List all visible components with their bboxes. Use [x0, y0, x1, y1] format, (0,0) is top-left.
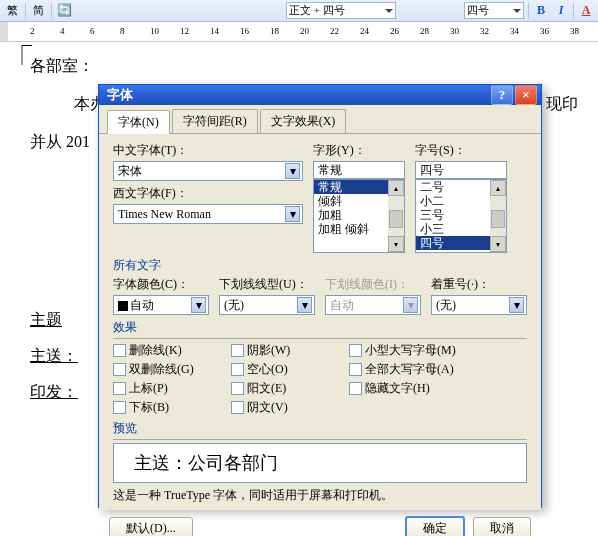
scroll-down-button[interactable]: ▾ — [388, 236, 404, 252]
scrollbar-thumb[interactable] — [491, 210, 505, 228]
tab-char-spacing[interactable]: 字符间距(R) — [172, 109, 258, 133]
font-dialog: 字体 ? × 字体(N) 字符间距(R) 文字效果(X) 中文字体(T)： 宋体… — [98, 84, 542, 508]
dialog-title: 字体 — [103, 86, 489, 104]
scroll-down-button[interactable]: ▾ — [490, 236, 506, 252]
font-color-value: 自动 — [130, 298, 154, 312]
italic-icon[interactable]: I — [553, 3, 569, 19]
west-font-label: 西文字体(F)： — [113, 185, 303, 202]
check-strikethrough[interactable]: 删除线(K) — [113, 342, 223, 359]
ul-color-select: 自动▾ — [325, 295, 421, 315]
cn-font-label: 中文字体(T)： — [113, 142, 303, 159]
cancel-button[interactable]: 取消 — [473, 517, 531, 536]
check-label: 空心(O) — [247, 361, 288, 378]
size-input-value: 四号 — [420, 162, 444, 179]
style-label: 字形(Y)： — [313, 142, 405, 159]
cn-font-value: 宋体 — [118, 163, 142, 180]
font-color-icon[interactable]: A — [578, 3, 594, 19]
scrollbar-thumb[interactable] — [389, 210, 403, 228]
dialog-titlebar[interactable]: 字体 ? × — [99, 85, 541, 105]
chevron-down-icon: ▾ — [285, 163, 300, 179]
scroll-up-button[interactable]: ▴ — [388, 180, 404, 196]
tab-text-effects[interactable]: 文字效果(X) — [260, 109, 347, 133]
check-engrave[interactable]: 阴文(V) — [231, 399, 341, 416]
dialog-buttons: 默认(D)... 确定 取消 — [99, 510, 541, 536]
main-toolbar: 繁 简 🔄 正文 + 四号 四号 B I A — [0, 0, 598, 22]
fontsize-selector[interactable]: 四号 — [464, 2, 524, 19]
check-label: 小型大写字母(M) — [365, 342, 456, 359]
check-allcaps[interactable]: 全部大写字母(A) — [349, 361, 489, 378]
horizontal-ruler[interactable]: 2 4 6 8 10 12 14 16 18 20 22 24 26 28 30… — [0, 22, 598, 42]
all-text-group-label: 所有文字 — [113, 257, 527, 274]
separator — [51, 3, 52, 19]
style-listbox[interactable]: 常规 倾斜 加粗 加粗 倾斜 ▴▾ — [313, 179, 405, 253]
check-shadow[interactable]: 阴影(W) — [231, 342, 341, 359]
check-emboss[interactable]: 阳文(E) — [231, 380, 341, 397]
chevron-down-icon: ▾ — [191, 297, 206, 313]
chevron-down-icon — [513, 7, 521, 15]
fontsize-value: 四号 — [467, 3, 489, 18]
effects-group-label: 效果 — [113, 319, 527, 336]
ruler-tick: 36 — [540, 26, 549, 36]
check-hidden[interactable]: 隐藏文字(H) — [349, 380, 489, 397]
ruler-tick: 8 — [120, 26, 125, 36]
ruler-tick: 14 — [210, 26, 219, 36]
check-super[interactable]: 上标(P) — [113, 380, 223, 397]
tab-font[interactable]: 字体(N) — [107, 110, 170, 134]
scrollbar[interactable]: ▴▾ — [388, 180, 404, 252]
em-mark-label: 着重号(·)： — [431, 276, 527, 293]
ul-type-value: (无) — [224, 297, 244, 314]
chevron-down-icon: ▾ — [403, 297, 418, 313]
chevron-down-icon — [385, 7, 393, 15]
chevron-down-icon: ▾ — [297, 297, 312, 313]
scrollbar[interactable]: ▴▾ — [490, 180, 506, 252]
style-input[interactable]: 常规 — [313, 161, 405, 179]
tb-trad[interactable]: 繁 — [4, 3, 21, 18]
close-button[interactable]: × — [515, 85, 537, 105]
ruler-tick: 6 — [90, 26, 95, 36]
ul-type-label: 下划线线型(U)： — [219, 276, 315, 293]
check-smallcaps[interactable]: 小型大写字母(M) — [349, 342, 489, 359]
scroll-up-button[interactable]: ▴ — [490, 180, 506, 196]
dialog-tabs: 字体(N) 字符间距(R) 文字效果(X) — [99, 105, 541, 134]
check-dblstrike[interactable]: 双删除线(G) — [113, 361, 223, 378]
west-font-select[interactable]: Times New Roman ▾ — [113, 204, 303, 224]
help-button[interactable]: ? — [491, 85, 513, 105]
check-label: 双删除线(G) — [129, 361, 194, 378]
size-input[interactable]: 四号 — [415, 161, 507, 179]
check-label: 删除线(K) — [129, 342, 182, 359]
ruler-tick: 38 — [570, 26, 579, 36]
font-hint: 这是一种 TrueType 字体，同时适用于屏幕和打印机。 — [113, 487, 527, 504]
check-label: 上标(P) — [129, 380, 168, 397]
style-input-value: 常规 — [318, 162, 342, 179]
em-mark-value: (无) — [436, 297, 456, 314]
style-selector[interactable]: 正文 + 四号 — [286, 2, 396, 19]
ok-button[interactable]: 确定 — [405, 516, 465, 536]
check-outline[interactable]: 空心(O) — [231, 361, 341, 378]
ruler-tick: 30 — [450, 26, 459, 36]
cn-font-select[interactable]: 宋体 ▾ — [113, 161, 303, 181]
ruler-tick: 28 — [420, 26, 429, 36]
ruler-tick: 32 — [480, 26, 489, 36]
refresh-icon[interactable]: 🔄 — [56, 3, 72, 19]
ruler-tick: 10 — [150, 26, 159, 36]
font-color-select[interactable]: 自动 ▾ — [113, 295, 209, 315]
separator — [528, 3, 529, 19]
tb-simp[interactable]: 简 — [30, 3, 47, 18]
ruler-tick: 18 — [270, 26, 279, 36]
ruler-tick: 12 — [180, 26, 189, 36]
bold-icon[interactable]: B — [533, 3, 549, 19]
check-label: 阴文(V) — [247, 399, 288, 416]
ruler-tick: 4 — [60, 26, 65, 36]
ul-type-select[interactable]: (无)▾ — [219, 295, 315, 315]
em-mark-select[interactable]: (无)▾ — [431, 295, 527, 315]
ruler-tick: 20 — [300, 26, 309, 36]
check-label: 下标(B) — [129, 399, 169, 416]
preview-group-label: 预览 — [113, 420, 527, 437]
ul-color-label: 下划线颜色(I)： — [325, 276, 421, 293]
default-button[interactable]: 默认(D)... — [109, 517, 193, 536]
check-sub[interactable]: 下标(B) — [113, 399, 223, 416]
check-label: 阴影(W) — [247, 342, 290, 359]
size-listbox[interactable]: 二号 小二 三号 小三 四号 ▴▾ — [415, 179, 507, 253]
font-color-label: 字体颜色(C)： — [113, 276, 209, 293]
check-label: 隐藏文字(H) — [365, 380, 430, 397]
